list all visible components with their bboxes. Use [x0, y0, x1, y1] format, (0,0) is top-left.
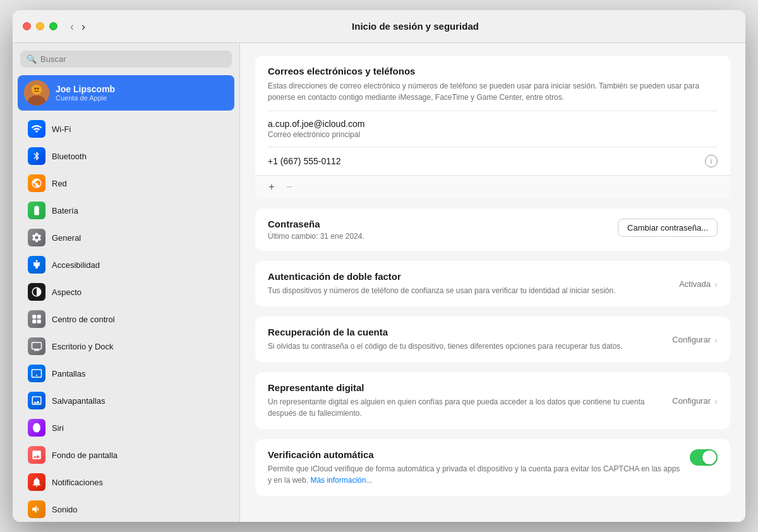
close-button[interactable] [23, 22, 31, 30]
sidebar-item-siri[interactable]: Siri [18, 414, 234, 441]
svg-rect-10 [37, 320, 41, 323]
sidebar-item-notificaciones[interactable]: Notificaciones [18, 469, 234, 495]
phone-number: +1 (667) 555-0112 [268, 156, 341, 166]
user-name: Joe Lipscomb [56, 84, 228, 94]
two-factor-row[interactable]: Autenticación de doble factor Tus dispos… [255, 261, 730, 306]
add-button[interactable]: + [263, 179, 280, 195]
password-subtitle: Último cambio: 31 ene 2024. [268, 232, 608, 241]
sidebar-item-pantallas[interactable]: Pantallas [18, 360, 234, 387]
back-button[interactable]: ‹ [68, 21, 76, 32]
general-icon [28, 229, 45, 246]
mas-info-link[interactable]: Más información... [310, 476, 372, 485]
sidebar-item-label: Sonido [52, 505, 77, 514]
nav-arrows: ‹ › [68, 21, 88, 32]
search-input[interactable] [40, 54, 226, 64]
sonido-icon [28, 500, 45, 518]
fondo-icon [28, 446, 45, 464]
svg-point-14 [33, 423, 40, 433]
sidebar-item-general[interactable]: General [18, 224, 234, 251]
digital-rep-action: Configurar [672, 396, 711, 406]
recovery-title: Recuperación de la cuenta [268, 327, 665, 337]
recovery-content: Recuperación de la cuenta Si olvidas tu … [268, 327, 665, 352]
chevron-icon: › [714, 334, 718, 345]
sidebar-item-aspecto[interactable]: Aspecto [18, 279, 234, 305]
add-remove-row: + − [255, 175, 730, 198]
aspecto-icon [28, 283, 45, 301]
search-icon: 🔍 [27, 54, 37, 64]
email-address: a.cup.of.joe@icloud.com [268, 119, 718, 129]
digital-rep-row[interactable]: Representante digital Un representante d… [255, 372, 730, 429]
verificacion-desc: Permite que iCloud verifique de forma au… [268, 463, 682, 486]
email-type: Correo electrónico principal [268, 130, 718, 139]
two-factor-status: Activada [679, 279, 711, 289]
remove-button[interactable]: − [280, 179, 298, 195]
svg-rect-13 [34, 350, 40, 351]
sidebar-item-centro[interactable]: Centro de control [18, 306, 234, 332]
sidebar-item-label: Bluetooth [52, 152, 87, 161]
sidebar-item-bluetooth[interactable]: Bluetooth [18, 143, 234, 169]
info-icon[interactable]: i [705, 155, 718, 167]
sidebar-item-label: Salvapantallas [52, 396, 105, 406]
forward-button[interactable]: › [79, 21, 88, 32]
recovery-row[interactable]: Recuperación de la cuenta Si olvidas tu … [255, 317, 730, 362]
sidebar-item-label: Pantallas [52, 369, 85, 378]
sidebar: 🔍 Joe Lipscomb Cuenta [13, 43, 240, 522]
sidebar-item-salvapantallas[interactable]: Salvapantallas [18, 387, 234, 414]
password-title: Contraseña [268, 219, 608, 229]
traffic-lights [23, 22, 57, 30]
password-section: Contraseña Último cambio: 31 ene 2024. C… [255, 209, 730, 251]
svg-point-1 [32, 85, 42, 95]
sidebar-item-label: Fondo de pantalla [52, 450, 117, 460]
emails-desc: Estas direcciones de correo electrónico … [268, 80, 718, 103]
search-bar[interactable]: 🔍 [20, 51, 232, 68]
sidebar-item-red[interactable]: Red [18, 170, 234, 196]
verificacion-content: Verificación automática Permite que iClo… [268, 449, 682, 486]
toggle-knob [702, 450, 716, 464]
emails-section: Correos electrónicos y teléfonos Estas d… [255, 56, 730, 198]
sidebar-item-label: Siri [52, 423, 64, 433]
titlebar: ‹ › Inicio de sesión y seguridad [13, 10, 745, 43]
digital-rep-title: Representante digital [268, 382, 665, 393]
content-area: 🔍 Joe Lipscomb Cuenta [13, 43, 745, 522]
svg-point-4 [37, 88, 39, 90]
salvapantallas-icon [28, 392, 45, 409]
password-row: Contraseña Último cambio: 31 ene 2024. C… [268, 219, 718, 241]
svg-rect-7 [32, 315, 36, 318]
sidebar-item-label: Escritorio y Dock [52, 342, 114, 351]
svg-rect-12 [35, 349, 39, 351]
red-icon [28, 174, 45, 192]
sidebar-item-label: Red [52, 179, 67, 188]
maximize-button[interactable] [49, 22, 57, 30]
two-factor-right: Activada › [679, 279, 718, 289]
bluetooth-icon [28, 147, 45, 165]
sidebar-item-escritorio[interactable]: Escritorio y Dock [18, 333, 234, 360]
minimize-button[interactable] [36, 22, 44, 30]
two-factor-content: Autenticación de doble factor Tus dispos… [268, 271, 671, 296]
emails-header: Correos electrónicos y teléfonos Estas d… [255, 56, 730, 111]
change-password-button[interactable]: Cambiar contraseña... [618, 219, 718, 237]
sidebar-item-fondo[interactable]: Fondo de pantalla [18, 442, 234, 468]
svg-rect-9 [32, 320, 36, 323]
user-subtitle: Cuenta de Apple [56, 94, 228, 102]
recovery-desc: Si olvidas tu contraseña o el código de … [268, 341, 665, 352]
sidebar-item-accesibilidad[interactable]: Accesibilidad [18, 251, 234, 278]
digital-rep-content: Representante digital Un representante d… [268, 382, 665, 419]
two-factor-desc: Tus dispositivos y números de teléfono d… [268, 285, 671, 296]
emails-title: Correos electrónicos y teléfonos [268, 66, 718, 76]
main-content: Correos electrónicos y teléfonos Estas d… [240, 43, 745, 522]
svg-rect-11 [32, 342, 42, 349]
sidebar-item-bateria[interactable]: Batería [18, 197, 234, 224]
notificaciones-icon [28, 473, 45, 491]
user-profile-item[interactable]: Joe Lipscomb Cuenta de Apple [18, 75, 234, 111]
password-info: Contraseña Último cambio: 31 ene 2024. [268, 219, 608, 241]
chevron-icon: › [714, 396, 718, 406]
sidebar-item-sonido[interactable]: Sonido [18, 496, 234, 522]
sidebar-item-wifi[interactable]: Wi-Fi [18, 116, 234, 142]
verificacion-toggle[interactable] [690, 449, 718, 466]
chevron-icon: › [714, 279, 718, 289]
verificacion-title: Verificación automática [268, 449, 682, 460]
accesibilidad-icon [28, 256, 45, 274]
sidebar-item-label: Accesibilidad [52, 260, 100, 270]
recovery-right: Configurar › [672, 334, 718, 345]
svg-rect-8 [37, 315, 41, 318]
